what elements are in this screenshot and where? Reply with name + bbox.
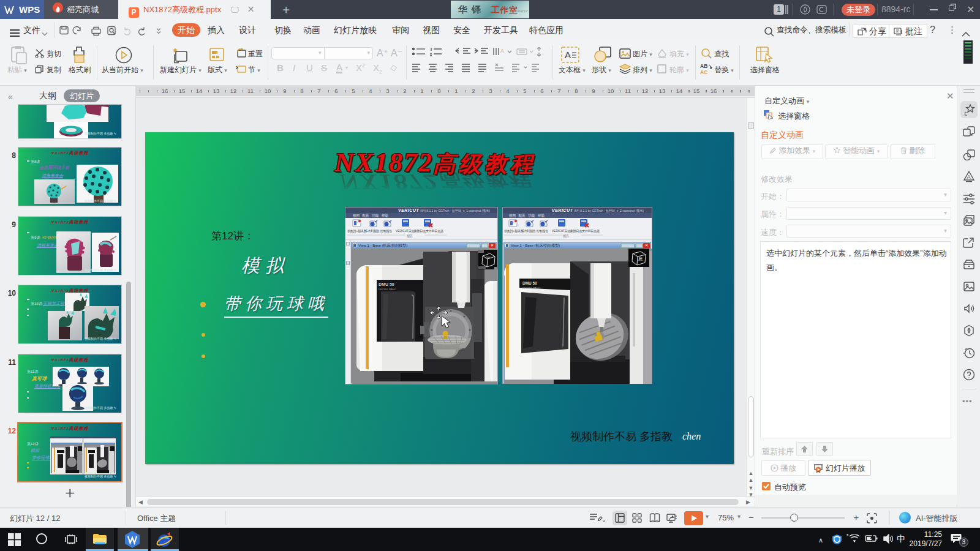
svg-text:A: A — [565, 50, 571, 60]
svg-text:切换到+报表图: 切换到+报表图 — [347, 229, 367, 233]
svg-text:VERICUT日志: VERICUT日志 — [552, 230, 571, 233]
svg-text:删除日志文件和日志器: 删除日志文件和日志器 — [570, 229, 600, 233]
svg-text:A: A — [967, 174, 971, 180]
svg-text:DECKEL MAHO: DECKEL MAHO — [522, 287, 540, 290]
svg-text:NBC: NBC — [486, 256, 492, 259]
svg-text:底: 底 — [638, 257, 643, 261]
svg-text:G代码报告: G代码报告 — [366, 229, 380, 233]
svg-text:G代码报告: G代码报告 — [522, 229, 536, 233]
svg-text:AC: AC — [700, 69, 707, 75]
svg-text:AB: AB — [700, 63, 707, 69]
svg-text:DMU 50: DMU 50 — [379, 282, 394, 287]
svg-text:报告: 报告 — [563, 234, 569, 238]
svg-text:删除日志文件和日志器: 删除日志文件和日志器 — [414, 229, 443, 233]
svg-text:A: A — [500, 48, 504, 54]
svg-text:DMU 50: DMU 50 — [522, 281, 537, 285]
svg-text:控制报告: 控制报告 — [536, 229, 548, 233]
svg-text:DECKEL MAHO: DECKEL MAHO — [379, 288, 396, 291]
svg-text:切换到+报表图: 切换到+报表图 — [504, 229, 524, 233]
svg-text:控制报告: 控制报告 — [380, 229, 392, 233]
svg-text:VERICUT日志: VERICUT日志 — [396, 230, 415, 233]
svg-text:报告: 报告 — [407, 234, 413, 238]
